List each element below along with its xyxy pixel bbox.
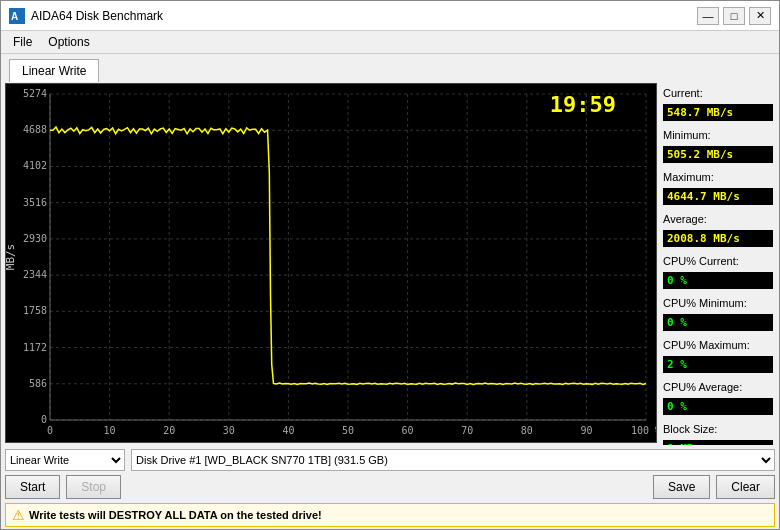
start-button[interactable]: Start [5, 475, 60, 499]
menu-bar: File Options [1, 31, 779, 54]
main-content: 19:59 Current: 548.7 MB/s Minimum: 505.2… [1, 81, 779, 445]
cpu-minimum-label: CPU% Minimum: [663, 297, 773, 309]
cpu-current-label: CPU% Current: [663, 255, 773, 267]
average-value: 2008.8 MB/s [663, 230, 773, 247]
warning-bar: ⚠ Write tests will DESTROY ALL DATA on t… [5, 503, 775, 527]
maximum-value: 4644.7 MB/s [663, 188, 773, 205]
chart-timer: 19:59 [550, 92, 616, 117]
mode-select[interactable]: Linear Write Linear Read Random Write Ra… [5, 449, 125, 471]
stop-button[interactable]: Stop [66, 475, 121, 499]
tab-linear-write[interactable]: Linear Write [9, 59, 99, 82]
chart-container: 19:59 [6, 84, 656, 442]
average-label: Average: [663, 213, 773, 225]
menu-options[interactable]: Options [40, 33, 97, 51]
window-controls: — □ ✕ [697, 7, 771, 25]
bottom-row1: Linear Write Linear Read Random Write Ra… [5, 449, 775, 471]
bottom-area: Linear Write Linear Read Random Write Ra… [1, 445, 779, 529]
app-icon: A [9, 8, 25, 24]
maximize-button[interactable]: □ [723, 7, 745, 25]
warning-text: Write tests will DESTROY ALL DATA on the… [29, 509, 322, 521]
cpu-average-label: CPU% Average: [663, 381, 773, 393]
close-button[interactable]: ✕ [749, 7, 771, 25]
cpu-maximum-label: CPU% Maximum: [663, 339, 773, 351]
clear-button[interactable]: Clear [716, 475, 775, 499]
save-button[interactable]: Save [653, 475, 710, 499]
window-title: AIDA64 Disk Benchmark [31, 9, 163, 23]
current-label: Current: [663, 87, 773, 99]
minimum-value: 505.2 MB/s [663, 146, 773, 163]
drive-select[interactable]: Disk Drive #1 [WD_BLACK SN770 1TB] (931.… [131, 449, 775, 471]
chart-area: 19:59 [5, 83, 657, 443]
cpu-average-value: 0 % [663, 398, 773, 415]
main-window: A AIDA64 Disk Benchmark — □ ✕ File Optio… [0, 0, 780, 530]
maximum-label: Maximum: [663, 171, 773, 183]
cpu-current-value: 0 % [663, 272, 773, 289]
minimize-button[interactable]: — [697, 7, 719, 25]
current-value: 548.7 MB/s [663, 104, 773, 121]
menu-file[interactable]: File [5, 33, 40, 51]
title-bar: A AIDA64 Disk Benchmark — □ ✕ [1, 1, 779, 31]
cpu-minimum-value: 0 % [663, 314, 773, 331]
bottom-row2: Start Stop Save Clear [5, 475, 775, 499]
chart-canvas [6, 84, 656, 442]
sidebar: Current: 548.7 MB/s Minimum: 505.2 MB/s … [659, 81, 779, 445]
cpu-maximum-value: 2 % [663, 356, 773, 373]
svg-text:A: A [11, 11, 18, 22]
tab-bar: Linear Write [1, 54, 779, 81]
warning-icon: ⚠ [12, 507, 25, 523]
block-size-label: Block Size: [663, 423, 773, 435]
minimum-label: Minimum: [663, 129, 773, 141]
